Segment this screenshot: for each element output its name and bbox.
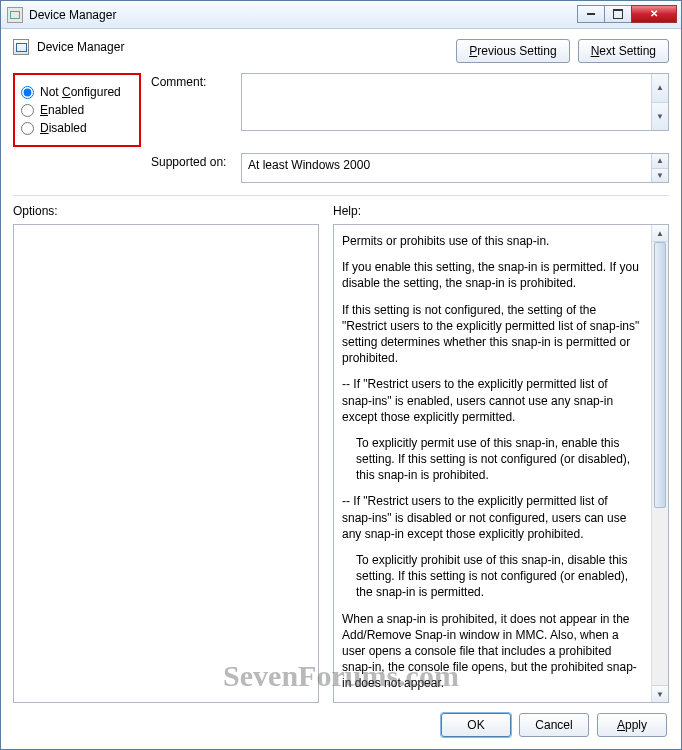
supported-spinner: ▲ ▼ <box>651 154 668 182</box>
comment-spin-down[interactable]: ▼ <box>652 103 668 131</box>
radio-enabled[interactable]: Enabled <box>19 103 129 117</box>
ok-button[interactable]: OK <box>441 713 511 737</box>
radio-not-configured[interactable]: Not Configured <box>19 85 129 99</box>
policy-icon <box>13 39 29 55</box>
policy-title: Device Manager <box>37 40 124 54</box>
comment-textarea[interactable]: ▲ ▼ <box>241 73 669 131</box>
footer-buttons: OK Cancel Apply <box>13 703 669 739</box>
next-setting-button[interactable]: Next Setting <box>578 39 669 63</box>
scroll-down-icon[interactable]: ▼ <box>652 685 668 702</box>
scroll-up-icon[interactable]: ▲ <box>652 225 668 242</box>
dialog-body: Device Manager Previous Setting Next Set… <box>1 29 681 749</box>
comment-spin-up[interactable]: ▲ <box>652 74 668 103</box>
maximize-button[interactable] <box>604 5 632 23</box>
titlebar-text: Device Manager <box>29 8 578 22</box>
cancel-button[interactable]: Cancel <box>519 713 589 737</box>
radio-not-configured-input[interactable] <box>21 86 34 99</box>
apply-button[interactable]: Apply <box>597 713 667 737</box>
scroll-thumb[interactable] <box>654 242 666 508</box>
titlebar: Device Manager <box>1 1 681 29</box>
help-heading: Help: <box>333 204 361 218</box>
close-button[interactable] <box>631 5 677 23</box>
comment-label: Comment: <box>151 73 241 147</box>
supported-label: Supported on: <box>151 153 241 183</box>
radio-disabled-input[interactable] <box>21 122 34 135</box>
minimize-button[interactable] <box>577 5 605 23</box>
options-heading: Options: <box>13 204 319 218</box>
divider <box>13 195 669 196</box>
previous-setting-button[interactable]: Previous Setting <box>456 39 569 63</box>
scroll-track[interactable] <box>652 242 668 685</box>
state-radio-group: Not Configured Enabled Disabled <box>13 73 141 147</box>
supported-on-value: At least Windows 2000 <box>248 158 370 172</box>
help-text: Permits or prohibits use of this snap-in… <box>334 225 651 702</box>
dialog-window: Device Manager Device Manager Previous S… <box>0 0 682 750</box>
radio-disabled[interactable]: Disabled <box>19 121 129 135</box>
supported-spin-up[interactable]: ▲ <box>652 154 668 169</box>
options-pane <box>13 224 319 703</box>
help-scrollbar[interactable]: ▲ ▼ <box>651 225 668 702</box>
comment-spinner: ▲ ▼ <box>651 74 668 130</box>
supported-on-box: At least Windows 2000 ▲ ▼ <box>241 153 669 183</box>
radio-enabled-input[interactable] <box>21 104 34 117</box>
window-controls <box>578 5 677 25</box>
supported-spin-down[interactable]: ▼ <box>652 169 668 183</box>
help-pane: Permits or prohibits use of this snap-in… <box>333 224 669 703</box>
app-icon <box>7 7 23 23</box>
